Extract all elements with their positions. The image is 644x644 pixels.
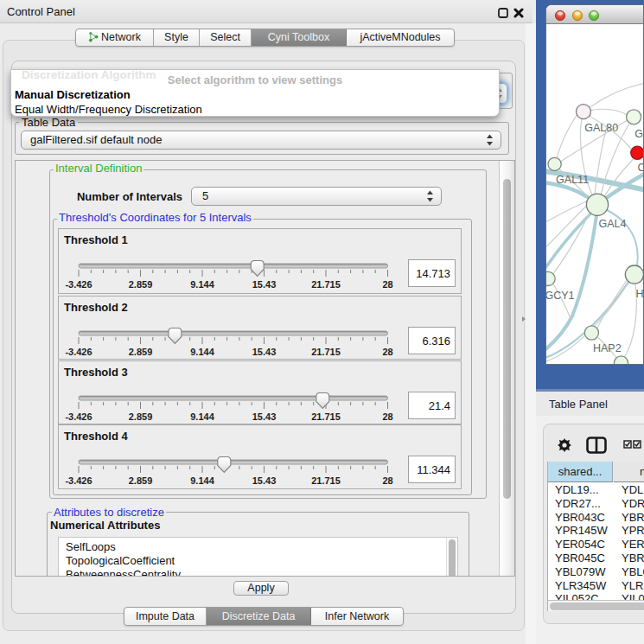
svg-text:21.715: 21.715 [311,347,341,357]
svg-text:21.715: 21.715 [311,475,341,486]
svg-text:-3.426: -3.426 [65,411,92,422]
svg-text:GAL4: GAL4 [599,218,627,230]
svg-text:28: 28 [382,347,392,357]
svg-text:2.859: 2.859 [129,279,153,290]
svg-text:9.144: 9.144 [190,347,214,357]
svg-text:28: 28 [382,475,392,486]
svg-text:-3.426: -3.426 [65,279,92,290]
svg-text:HAP2: HAP2 [593,342,622,354]
svg-text:2.859: 2.859 [129,475,153,486]
svg-text:2.859: 2.859 [129,347,153,357]
svg-text:28: 28 [382,279,392,290]
svg-text:21.715: 21.715 [311,279,341,290]
svg-text:-3.426: -3.426 [65,347,92,357]
svg-text:H: H [636,288,644,300]
svg-text:15.43: 15.43 [252,279,277,290]
svg-text:9.144: 9.144 [190,411,214,422]
svg-text:2.859: 2.859 [129,411,153,422]
svg-text:15.43: 15.43 [252,475,277,486]
svg-text:CY: CY [638,162,644,174]
svg-text:-3.426: -3.426 [65,475,92,486]
svg-text:15.43: 15.43 [252,347,277,357]
svg-text:GAL11: GAL11 [556,174,589,186]
svg-text:21.715: 21.715 [311,411,341,422]
svg-text:GAL80: GAL80 [584,122,618,134]
svg-text:28: 28 [382,411,392,422]
svg-text:9.144: 9.144 [190,279,214,290]
svg-text:15.43: 15.43 [252,411,277,422]
svg-text:GCY1: GCY1 [546,290,575,302]
svg-text:9.144: 9.144 [190,475,214,486]
svg-text:GA: GA [634,128,644,140]
